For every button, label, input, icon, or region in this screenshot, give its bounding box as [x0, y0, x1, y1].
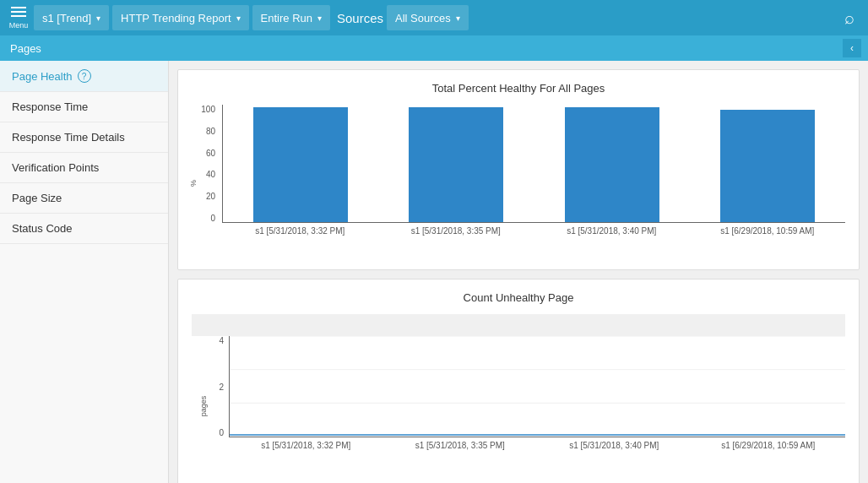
line-chart-area: pages 4 2 0 — [192, 336, 845, 475]
bar-2 — [409, 107, 503, 222]
sidebar-item-label: Page Size — [12, 192, 62, 204]
bar-chart-title: Total Percent Healthy For All Pages — [192, 82, 845, 95]
x-axis-labels: s1 [5/31/2018, 3:32 PM] s1 [5/31/2018, 3… — [222, 226, 845, 236]
run-button[interactable]: Entire Run ▾ — [252, 5, 330, 30]
sidebar-item-verification-points[interactable]: Verification Points — [0, 153, 168, 183]
hamburger-icon — [11, 15, 26, 17]
search-button[interactable]: ⌕ — [838, 5, 861, 31]
sidebar-item-response-time[interactable]: Response Time — [0, 92, 168, 122]
bar-group-2 — [378, 107, 534, 222]
hamburger-icon — [11, 7, 26, 8]
x-label-line-3: s1 [5/31/2018, 3:40 PM] — [537, 441, 692, 450]
line-chart — [229, 336, 845, 437]
bar-3 — [565, 107, 659, 222]
sidebar-item-page-size[interactable]: Page Size — [0, 183, 168, 214]
bar-chart-container: Total Percent Healthy For All Pages % 10… — [177, 69, 860, 270]
subbar: Pages ‹ — [0, 35, 868, 61]
sidebar-item-label: Response Time Details — [12, 131, 125, 144]
x-label-line-1: s1 [5/31/2018, 3:32 PM] — [229, 441, 383, 450]
line-chart-svg — [230, 336, 845, 437]
x-label-line-4: s1 [6/29/2018, 10:59 AM] — [692, 441, 846, 450]
run-label: Entire Run — [261, 12, 312, 24]
chevron-down-icon: ▾ — [236, 14, 241, 23]
sources-label: All Sources — [395, 12, 451, 24]
sidebar-item-page-health[interactable]: Page Health ? — [0, 61, 168, 92]
bar-group-4 — [690, 110, 845, 222]
x-label-line-2: s1 [5/31/2018, 3:35 PM] — [383, 441, 538, 450]
x-label-1: s1 [5/31/2018, 3:32 PM] — [222, 226, 378, 236]
bar-chart — [222, 105, 845, 223]
y-axis-labels: 100 80 60 40 20 0 — [192, 105, 215, 223]
chevron-down-icon: ▾ — [456, 14, 460, 23]
line-chart-container: Count Unhealthy Page pages 4 2 0 — [177, 279, 860, 483]
pages-label: Pages — [7, 42, 843, 55]
main-layout: Page Health ? Response Time Response Tim… — [0, 61, 868, 483]
menu-button[interactable]: Menu — [7, 6, 30, 30]
trend-label: s1 [Trend] — [42, 12, 91, 24]
sidebar-item-response-time-details[interactable]: Response Time Details — [0, 122, 168, 153]
bar-1 — [253, 107, 348, 222]
hamburger-icon — [11, 11, 26, 13]
search-icon: ⌕ — [844, 8, 854, 27]
x-axis-labels-line: s1 [5/31/2018, 3:32 PM] s1 [5/31/2018, 3… — [229, 441, 845, 450]
collapse-icon: ‹ — [850, 42, 854, 54]
y-axis-labels-line: 4 2 0 — [203, 336, 224, 437]
report-button[interactable]: HTTP Trending Report ▾ — [112, 5, 249, 30]
bar-4 — [720, 110, 815, 222]
chevron-down-icon: ▾ — [317, 14, 322, 23]
sources-button[interactable]: All Sources ▾ — [387, 5, 469, 30]
help-icon[interactable]: ? — [78, 69, 91, 83]
bar-group-1 — [223, 107, 378, 222]
bar-chart-area: % 100 80 60 40 20 0 — [192, 105, 845, 261]
sources-tab-label: Sources — [337, 11, 383, 25]
x-label-3: s1 [5/31/2018, 3:40 PM] — [534, 226, 690, 236]
menu-label: Menu — [9, 21, 29, 30]
sidebar-item-label: Verification Points — [12, 161, 99, 174]
topbar: Menu s1 [Trend] ▾ HTTP Trending Report ▾… — [0, 0, 868, 35]
x-label-2: s1 [5/31/2018, 3:35 PM] — [378, 226, 534, 236]
sidebar-item-label: Page Health — [12, 70, 73, 83]
line-chart-title: Count Unhealthy Page — [192, 291, 845, 304]
report-label: HTTP Trending Report — [121, 12, 231, 24]
sidebar-item-status-code[interactable]: Status Code — [0, 214, 168, 244]
sidebar: Page Health ? Response Time Response Tim… — [0, 61, 169, 483]
chart-subheader — [192, 314, 845, 336]
sidebar-item-label: Status Code — [12, 222, 73, 235]
collapse-button[interactable]: ‹ — [843, 39, 861, 57]
bar-group-3 — [534, 107, 690, 222]
sidebar-item-label: Response Time — [12, 100, 88, 113]
content-area: Total Percent Healthy For All Pages % 10… — [169, 61, 868, 483]
chevron-down-icon: ▾ — [96, 14, 100, 23]
trend-button[interactable]: s1 [Trend] ▾ — [34, 5, 109, 30]
x-label-4: s1 [6/29/2018, 10:59 AM] — [690, 226, 846, 236]
